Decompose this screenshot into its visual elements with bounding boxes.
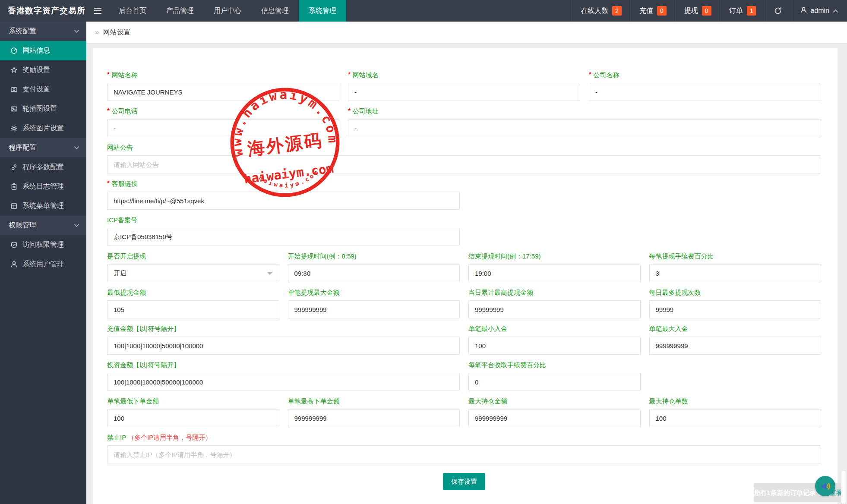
content-area: » 网站设置 *网站名称 *网站域名 *公司名称 * <box>86 22 847 504</box>
field-label: 充值金额【以|符号隔开】 <box>107 324 460 333</box>
withdraw-daily-count-input[interactable] <box>649 300 822 318</box>
deposit-max-input[interactable] <box>649 337 822 355</box>
stat-online-users[interactable]: 在线人数 2 <box>572 0 630 22</box>
sidebar-item-payment-settings[interactable]: 支付设置 <box>0 80 86 99</box>
service-link-input[interactable] <box>107 192 460 210</box>
order-max-input[interactable] <box>288 409 460 427</box>
form-row: 禁止IP （多个IP请用半角，号隔开） <box>107 433 821 463</box>
field-label: 单笔最大入金 <box>649 324 822 333</box>
section-title: 程序配置 <box>9 143 36 152</box>
company-phone-input[interactable] <box>107 119 339 137</box>
required-asterisk: * <box>107 70 110 79</box>
refresh-icon[interactable] <box>765 0 791 22</box>
sidebar-section-permissions[interactable]: 权限管理 <box>0 216 86 235</box>
invest-amounts-input[interactable] <box>107 373 460 391</box>
sidebar-section-program-config[interactable]: 程序配置 <box>0 138 86 158</box>
position-max-count-input[interactable] <box>649 409 822 427</box>
nav-item-dashboard[interactable]: 后台首页 <box>109 0 156 22</box>
field-label-text: 网站公告 <box>107 143 133 152</box>
page-title: 网站设置 <box>103 28 130 37</box>
section-title: 权限管理 <box>9 221 36 230</box>
star-icon <box>10 66 18 74</box>
field-label-text: 最低提现金额 <box>107 288 146 297</box>
sidebar-item-system-images[interactable]: 系统图片设置 <box>0 119 86 138</box>
sound-notification-button[interactable] <box>815 476 835 496</box>
field-banned-ip: 禁止IP （多个IP请用半角，号隔开） <box>107 433 821 463</box>
form-row: 充值金额【以|符号隔开】 单笔最小入金 单笔最大入金 <box>107 324 821 355</box>
position-max-amount-input[interactable] <box>468 409 641 427</box>
breadcrumb-arrow-icon: » <box>95 28 99 37</box>
form-row: 单笔最低下单金额 单笔最高下单金额 最大持仓金额 最大持仓单数 <box>107 397 821 427</box>
sidebar-item-label: 系统菜单管理 <box>22 202 64 211</box>
field-label-text: 每日最多提现次数 <box>649 288 701 297</box>
breadcrumb: » 网站设置 <box>86 22 847 43</box>
field-label-text: 单笔最小入金 <box>468 324 507 333</box>
sidebar: 系统配置 网站信息 奖励设置 支付设置 轮播图设置 系统图片设置 程序配置 程序… <box>0 22 86 504</box>
platform-fee-input[interactable] <box>468 373 641 391</box>
sidebar-item-carousel-settings[interactable]: 轮播图设置 <box>0 99 86 119</box>
field-label-text: 单笔最低下单金额 <box>107 397 159 406</box>
shield-check-icon <box>10 241 18 249</box>
stat-orders[interactable]: 订单 1 <box>720 0 765 22</box>
field-label: ICP备案号 <box>107 216 460 224</box>
app-title: 香港数字资产交易所 <box>0 0 86 22</box>
field-label: 最低提现金额 <box>107 288 279 297</box>
sidebar-item-system-menus[interactable]: 系统菜单管理 <box>0 196 86 216</box>
nav-item-products[interactable]: 产品管理 <box>156 0 204 22</box>
withdraw-fee-input[interactable] <box>649 264 822 282</box>
company-name-input[interactable] <box>589 83 821 101</box>
link-icon <box>10 164 18 171</box>
sidebar-item-access-permissions[interactable]: 访问权限管理 <box>0 235 86 255</box>
chevron-up-icon <box>829 7 838 15</box>
field-label: 投资金额【以|符号隔开】 <box>107 361 460 369</box>
field-label-text: 公司电话 <box>112 107 138 116</box>
field-label-text: 公司名称 <box>594 71 619 79</box>
banned-ip-input[interactable] <box>107 445 821 463</box>
withdraw-end-input[interactable] <box>468 264 641 282</box>
stat-withdraw[interactable]: 提现 0 <box>675 0 720 22</box>
withdraw-min-input[interactable] <box>107 300 279 318</box>
withdraw-daily-max-input[interactable] <box>468 300 641 318</box>
required-asterisk: * <box>348 106 351 115</box>
withdraw-max-input[interactable] <box>288 300 460 318</box>
field-label-text: 是否开启提现 <box>107 252 146 261</box>
field-label: 单笔最低下单金额 <box>107 397 279 406</box>
hamburger-menu-icon[interactable] <box>86 0 109 22</box>
sidebar-item-system-logs[interactable]: 系统日志管理 <box>0 177 86 196</box>
nav-item-info[interactable]: 信息管理 <box>251 0 299 22</box>
sidebar-item-system-users[interactable]: 系统用户管理 <box>0 255 86 274</box>
deposit-min-input[interactable] <box>468 337 641 355</box>
nav-item-users[interactable]: 用户中心 <box>204 0 251 22</box>
stat-recharge[interactable]: 充值 0 <box>630 0 675 22</box>
site-domain-input[interactable] <box>348 83 580 101</box>
sidebar-section-system-config[interactable]: 系统配置 <box>0 22 86 41</box>
site-notice-input[interactable] <box>107 155 821 173</box>
gear-icon <box>10 125 18 132</box>
sidebar-item-reward-settings[interactable]: 奖励设置 <box>0 60 86 80</box>
section-title: 系统配置 <box>9 27 36 36</box>
stat-label: 订单 <box>729 6 743 16</box>
recharge-amounts-input[interactable] <box>107 337 460 355</box>
field-company-address: *公司地址 <box>348 107 821 137</box>
order-min-input[interactable] <box>107 409 279 427</box>
field-label: 当日累计最高提现金额 <box>468 288 641 297</box>
nav-item-system[interactable]: 系统管理 <box>299 0 346 22</box>
person-icon <box>10 261 18 268</box>
field-position-max-amount: 最大持仓金额 <box>468 397 641 427</box>
site-name-input[interactable] <box>107 83 339 101</box>
sidebar-item-site-info[interactable]: 网站信息 <box>0 41 86 60</box>
field-withdraw-daily-count: 每日最多提现次数 <box>649 288 822 318</box>
icp-input[interactable] <box>107 228 460 246</box>
speaker-icon <box>820 481 831 492</box>
sidebar-item-program-params[interactable]: 程序参数配置 <box>0 158 86 177</box>
save-settings-button[interactable]: 保存设置 <box>443 473 485 490</box>
form-row: *客服链接 <box>107 180 821 210</box>
company-address-input[interactable] <box>348 119 821 137</box>
withdraw-start-input[interactable] <box>288 264 460 282</box>
field-deposit-min: 单笔最小入金 <box>468 324 641 355</box>
scrollbar-thumb[interactable] <box>841 470 846 504</box>
withdraw-enabled-select[interactable]: 开启 <box>107 264 279 282</box>
field-icp: ICP备案号 <box>107 216 460 246</box>
user-menu[interactable]: admin <box>791 0 847 22</box>
field-withdraw-end: 结束提现时间(例：17:59) <box>468 252 641 282</box>
